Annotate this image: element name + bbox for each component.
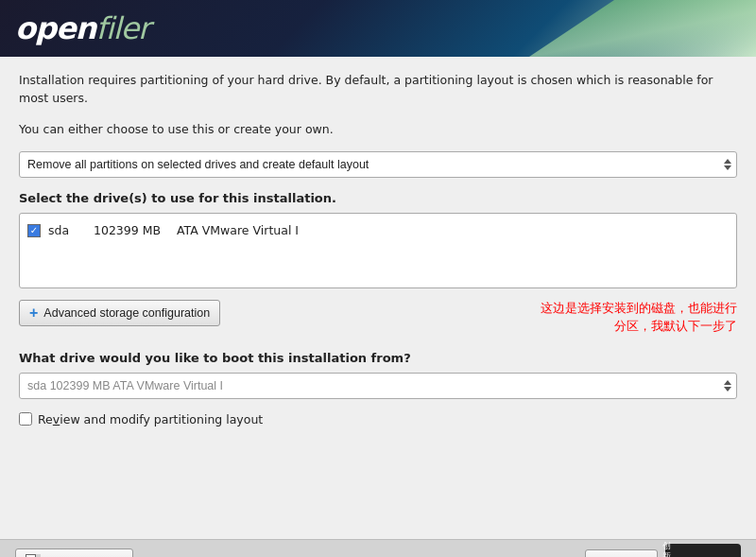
drive-size: 102399 MB <box>94 223 169 237</box>
intro-text-line2: You can either choose to use this or cre… <box>19 121 737 139</box>
brand-name: 创新互联 <box>662 541 671 557</box>
footer-right: ◄ Back 创新互联 CHUANG.HULIAN <box>585 544 741 557</box>
brand-logo: 创新互联 CHUANG.HULIAN <box>665 544 741 557</box>
content-area: Installation requires partitioning of yo… <box>0 57 756 539</box>
logo-open: open <box>15 10 95 46</box>
footer-left: Release Notes <box>15 548 133 557</box>
drive-item: sda 102399 MB ATA VMware Virtual I <box>26 219 730 241</box>
logo: openfiler <box>15 10 149 46</box>
drive-name: sda <box>48 223 86 237</box>
advanced-row: + Advanced storage configuration 这边是选择安装… <box>19 300 737 336</box>
advanced-storage-button[interactable]: + Advanced storage configuration <box>19 300 220 326</box>
drive-checkbox-sda[interactable] <box>27 224 41 237</box>
intro-text-line1: Installation requires partitioning of yo… <box>19 72 737 108</box>
footer: Release Notes ◄ Back 创新互联 CHUANG.HULIAN <box>0 539 756 557</box>
header: openfiler <box>0 0 756 57</box>
back-button[interactable]: ◄ Back <box>585 549 658 557</box>
release-notes-button[interactable]: Release Notes <box>15 548 133 557</box>
partition-dropdown-wrapper: Remove all partitions on selected drives… <box>19 151 737 178</box>
boot-dropdown-wrapper: sda 102399 MB ATA VMware Virtual I <box>19 373 737 399</box>
advanced-storage-label: Advanced storage configuration <box>43 306 210 320</box>
annotation-text: 这边是选择安装到的磁盘，也能进行分区，我默认下一步了 <box>529 300 737 336</box>
drive-list: sda 102399 MB ATA VMware Virtual I <box>19 213 737 288</box>
review-checkbox[interactable] <box>19 412 32 426</box>
drive-desc: ATA VMware Virtual I <box>177 223 299 237</box>
review-row: Review and modify partitioning layout <box>19 412 737 426</box>
logo-filer: filer <box>95 10 149 46</box>
review-label: Review and modify partitioning layout <box>38 412 263 426</box>
boot-section-label: What drive would you like to boot this i… <box>19 351 737 365</box>
plus-icon: + <box>29 305 38 321</box>
drive-section-label: Select the drive(s) to use for this inst… <box>19 191 737 205</box>
header-decoration <box>472 0 756 57</box>
partition-dropdown[interactable]: Remove all partitions on selected drives… <box>19 151 737 178</box>
boot-dropdown[interactable]: sda 102399 MB ATA VMware Virtual I <box>19 373 737 399</box>
